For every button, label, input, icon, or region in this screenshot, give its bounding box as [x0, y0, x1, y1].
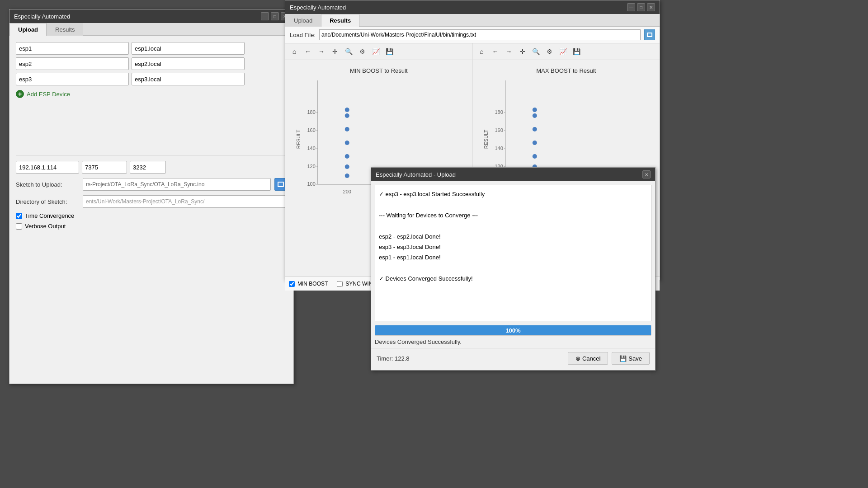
port1-input[interactable]: 7375	[82, 161, 127, 174]
add-icon: +	[16, 90, 24, 98]
verbose-output-label[interactable]: Verbose Output	[25, 223, 66, 230]
results-close-btn[interactable]: ✕	[647, 3, 655, 11]
legend-min-boost-checkbox[interactable]	[289, 281, 295, 287]
right-back-icon[interactable]: ←	[489, 45, 502, 58]
svg-point-14	[345, 113, 349, 118]
table-row	[16, 57, 287, 70]
results-title: Especially Automated	[290, 4, 346, 11]
home-icon[interactable]: ⌂	[288, 45, 301, 58]
right-settings-icon[interactable]: ⚙	[543, 45, 556, 58]
maximize-btn[interactable]: □	[271, 12, 279, 20]
right-move-icon[interactable]: ✛	[516, 45, 529, 58]
svg-text:180: 180	[307, 109, 315, 115]
separator	[16, 155, 287, 155]
tab-upload[interactable]: Upload	[9, 23, 47, 36]
time-convergence-checkbox[interactable]	[16, 213, 22, 219]
table-row	[16, 73, 287, 85]
zoom-icon[interactable]: 🔍	[342, 45, 355, 58]
verbose-output-checkbox[interactable]	[16, 223, 22, 230]
dialog-buttons: ⊗ Cancel 💾 Save	[568, 352, 650, 365]
svg-text:120: 120	[307, 164, 315, 169]
left-toolbar: ⌂ ← → ✛ 🔍 ⚙ 📈 💾	[285, 43, 472, 60]
log-line-4	[379, 221, 647, 231]
time-convergence-label[interactable]: Time Convergence	[25, 212, 74, 219]
forward-icon[interactable]: →	[315, 45, 328, 58]
timer-label: Timer: 122.8	[377, 355, 410, 362]
directory-label: Directory of Sketch:	[16, 198, 79, 205]
device-name-3[interactable]	[16, 73, 129, 85]
load-file-input[interactable]	[319, 29, 641, 40]
load-browse-button[interactable]	[644, 29, 655, 40]
right-chart-icon[interactable]: 📈	[557, 45, 570, 58]
main-window: Especially Automated — □ ✕ Upload Result…	[9, 9, 294, 384]
folder-icon	[278, 182, 284, 187]
svg-point-17	[345, 154, 349, 159]
device-name-1[interactable]	[16, 42, 129, 55]
svg-point-19	[345, 174, 349, 178]
legend-min-boost-label: MIN BOOST	[297, 281, 328, 287]
log-line-8	[379, 263, 647, 273]
svg-point-35	[532, 141, 537, 145]
right-zoom-icon[interactable]: 🔍	[530, 45, 542, 58]
results-minimize-btn[interactable]: —	[627, 3, 635, 11]
right-save-chart-icon[interactable]: 💾	[571, 45, 583, 58]
cancel-label: Cancel	[582, 355, 600, 362]
log-line-3: --- Waiting for Devices to Converge ---	[379, 210, 647, 221]
svg-text:140: 140	[307, 145, 315, 151]
upload-dialog-titlebar: Especially Automated - Upload ✕	[371, 168, 655, 181]
cancel-icon: ⊗	[576, 355, 580, 362]
main-title: Especially Automated	[14, 13, 70, 20]
save-chart-icon[interactable]: 💾	[383, 45, 396, 58]
right-chart-title: MAX BOOST to Result	[476, 64, 657, 76]
left-y-label: RESULT	[296, 130, 301, 149]
tab-results[interactable]: Results	[47, 23, 83, 36]
log-line-9: ✓ Devices Converged Successfully!	[379, 273, 647, 284]
results-header: Load File:	[285, 27, 660, 43]
progress-bar-container: 100%	[375, 325, 651, 336]
add-device-label: Add ESP Device	[27, 91, 70, 98]
svg-point-13	[345, 108, 349, 112]
sketch-label: Sketch to Upload:	[16, 181, 79, 188]
results-titlebar-controls: — □ ✕	[627, 3, 655, 11]
results-tab-upload[interactable]: Upload	[285, 14, 321, 27]
save-button[interactable]: 💾 Save	[612, 352, 650, 365]
legend-item-min-boost: MIN BOOST	[289, 281, 328, 287]
progress-label: 100%	[505, 327, 520, 334]
time-convergence-row: Time Convergence	[16, 212, 287, 219]
legend-sync-window-checkbox[interactable]	[337, 281, 343, 287]
settings-icon[interactable]: ⚙	[356, 45, 368, 58]
right-forward-icon[interactable]: →	[503, 45, 515, 58]
svg-text:200: 200	[343, 189, 351, 194]
log-line-6: esp3 - esp3.local Done!	[379, 242, 647, 252]
ip-input[interactable]: 192.168.1.114	[16, 161, 79, 174]
results-tab-results[interactable]: Results	[321, 14, 359, 27]
directory-input[interactable]	[83, 195, 287, 208]
move-icon[interactable]: ✛	[329, 45, 341, 58]
sketch-row: Sketch to Upload:	[16, 178, 287, 191]
minimize-btn[interactable]: —	[261, 12, 269, 20]
port2-input[interactable]: 3232	[130, 161, 166, 174]
log-line-1: ✓ esp3 - esp3.local Started Successfully	[379, 189, 647, 199]
status-text: Devices Converged Successfully.	[375, 338, 651, 345]
back-icon[interactable]: ←	[302, 45, 314, 58]
dialog-footer: Timer: 122.8 ⊗ Cancel 💾 Save	[371, 348, 655, 368]
device-name-2[interactable]	[16, 57, 129, 70]
add-device-button[interactable]: + Add ESP Device	[16, 88, 287, 100]
device-hostname-2[interactable]	[132, 57, 245, 70]
svg-text:100: 100	[307, 181, 315, 187]
device-hostname-3[interactable]	[132, 73, 245, 85]
results-maximize-btn[interactable]: □	[637, 3, 645, 11]
log-line-5: esp2 - esp2.local Done!	[379, 231, 647, 242]
cancel-button[interactable]: ⊗ Cancel	[568, 352, 608, 365]
right-home-icon[interactable]: ⌂	[476, 45, 488, 58]
svg-text:140: 140	[495, 145, 503, 151]
svg-text:160: 160	[495, 127, 503, 133]
chart-icon[interactable]: 📈	[369, 45, 382, 58]
dialog-close-btn[interactable]: ✕	[642, 170, 651, 178]
log-area: ✓ esp3 - esp3.local Started Successfully…	[375, 185, 651, 321]
svg-point-16	[345, 141, 349, 145]
load-file-label: Load File:	[290, 32, 316, 38]
device-hostname-1[interactable]	[132, 42, 245, 55]
sketch-input[interactable]	[83, 178, 271, 191]
upload-dialog-controls: ✕	[642, 170, 651, 178]
